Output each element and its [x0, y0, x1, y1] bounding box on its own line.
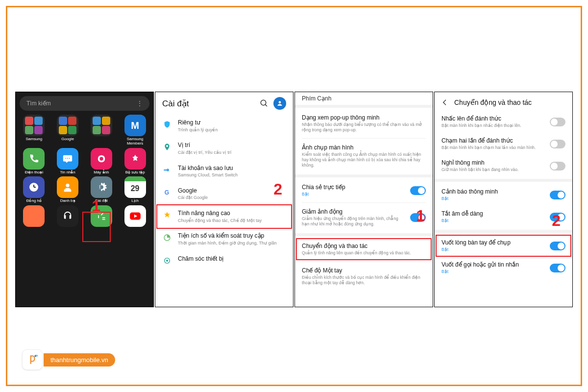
app-Samsung Members[interactable]: MSamsung Members — [119, 115, 151, 146]
app-icon — [23, 148, 45, 170]
motion-row[interactable]: Cảnh báo thông minhBật — [435, 184, 572, 206]
brand-logo-icon — [22, 349, 43, 370]
row-subtitle: Thời gian màn hình, Đếm giờ ứng dụng, Th… — [178, 241, 286, 246]
wellbeing-icon — [162, 233, 172, 243]
motion-row[interactable]: Nghỉ thông minhGiữ màn hình bật khi bạn … — [435, 155, 572, 177]
app-label: Danh bạ — [60, 199, 75, 203]
row-title: Vuốt để gọi hoặc gửi tin nhắn — [441, 261, 546, 268]
motion-row[interactable]: Vuốt lòng bàn tay để chụpBật — [435, 235, 572, 257]
app-Máy ảnh[interactable]: Máy ảnh — [85, 148, 118, 175]
row-title: Chuyển động và thao tác — [302, 243, 426, 249]
row-title: Google — [178, 187, 286, 195]
app-label: Tin nhắn — [60, 171, 75, 175]
svg-rect-13 — [102, 219, 105, 220]
app-icon — [57, 205, 78, 227]
app-Google[interactable]: Google — [51, 115, 84, 146]
app-label: Samsung Members — [119, 137, 151, 146]
divider — [435, 179, 572, 182]
app-youtube[interactable] — [119, 205, 151, 228]
search-bar[interactable]: Tìm kiếm ⋮ — [20, 96, 149, 111]
motion-row[interactable]: Nhấc lên để đánh thứcBật màn hình khi bạ… — [435, 111, 572, 133]
settings-row-pin[interactable]: Vị tríCài đặt vị trí, Yêu cầu vị trí — [155, 137, 293, 160]
divider — [435, 230, 572, 233]
panels-row: Tìm kiếm ⋮ SamsungGoogleMSamsung Members… — [15, 92, 573, 307]
row-title: Chăm sóc thiết bị — [178, 255, 286, 263]
app-label: Lịch — [131, 199, 139, 203]
advanced-row[interactable]: Dạng xem pop-up thông minhNhận thông báo… — [295, 110, 433, 137]
row-subtitle: Samsung Cloud, Smart Switch — [178, 172, 286, 178]
row-subtitle: Bật màn hình khi bạn chạm hai lần vào mà… — [441, 145, 546, 150]
row-subtitle: Bật — [302, 192, 406, 197]
app-grid: SamsungGoogleMSamsung MembersĐiện thoạiT… — [16, 113, 153, 230]
settings-list: Riêng tưTrình quản lý quyềnVị tríCài đặt… — [155, 114, 293, 271]
app-item[interactable] — [85, 115, 118, 146]
app-Samsung[interactable]: Samsung — [18, 115, 50, 146]
app-icon — [23, 115, 45, 136]
advanced-row[interactable]: Giảm ảnh độngGiảm hiệu ứng chuyển động t… — [295, 204, 433, 231]
row-subtitle: Cài đặt vị trí, Yêu cầu vị trí — [178, 150, 286, 156]
row-title: Ảnh chụp màn hình — [302, 144, 426, 151]
advanced-row[interactable]: Chia sẻ trực tiếpBật — [295, 179, 433, 201]
app-blank[interactable] — [18, 205, 50, 228]
advanced-row[interactable]: Ảnh chụp màn hìnhKiểm soát việc thanh cô… — [295, 140, 433, 172]
settings-row-star[interactable]: Tính năng nâng caoChuyển động và thao tá… — [155, 205, 293, 228]
toggle-switch[interactable] — [550, 242, 565, 250]
svg-point-8 — [66, 184, 69, 187]
row-title: Giảm ảnh động — [302, 208, 406, 215]
app-Lịch[interactable]: 29Lịch — [119, 176, 151, 203]
settings-row-wellbeing[interactable]: Tiện ích số và kiểm soát truy cậpThời gi… — [155, 228, 293, 250]
divider — [295, 174, 433, 177]
back-icon[interactable] — [440, 97, 450, 108]
app-Cài đặt[interactable]: Cài đặt — [85, 176, 118, 203]
motion-row[interactable]: Chạm hai lần để đánh thứcBật màn hình kh… — [435, 133, 572, 155]
toggle-switch[interactable] — [550, 140, 565, 148]
row-title: Chế độ Một tay — [302, 267, 426, 274]
app-headset[interactable] — [51, 205, 84, 228]
row-subtitle: Điều chỉnh kích thước và bố cục màn hình… — [302, 275, 426, 286]
toggle-switch[interactable] — [550, 118, 565, 126]
row-subtitle: Bật — [441, 218, 546, 223]
advanced-row[interactable]: Chuyển động và thao tácQuản lý tính năng… — [295, 238, 433, 260]
svg-text:G: G — [165, 189, 169, 196]
row-subtitle: Nhận thông báo dưới dạng biểu tượng có t… — [302, 122, 426, 133]
svg-point-2 — [69, 158, 70, 159]
toggle-switch[interactable] — [550, 162, 565, 171]
app-icon — [91, 148, 112, 170]
row-title: Tiện ích số và kiểm soát truy cập — [178, 232, 286, 240]
settings-row-key[interactable]: Tài khoản và sao lưuSamsung Cloud, Smart… — [155, 160, 293, 183]
app-label: Bộ sưu tập — [125, 171, 145, 175]
search-icon[interactable] — [259, 98, 270, 109]
svg-rect-11 — [101, 213, 103, 216]
app-icon: M — [124, 115, 146, 136]
settings-row-shield[interactable]: Riêng tưTrình quản lý quyền — [155, 115, 293, 137]
motions-header: Chuyển động và thao tác — [435, 92, 572, 111]
panel-settings: Cài đặt Riêng tưTrình quản lý quyềnVị tr… — [155, 92, 294, 307]
row-subtitle: Bật màn hình khi bạn nhấc điện thoại lên… — [441, 123, 546, 128]
toggle-switch[interactable] — [550, 264, 565, 272]
settings-row-g[interactable]: GGoogleCài đặt Google — [155, 183, 293, 205]
app-Danh bạ[interactable]: Danh bạ — [51, 176, 84, 203]
advanced-row[interactable]: Chế độ Một tayĐiều chỉnh kích thước và b… — [295, 263, 433, 290]
row-subtitle: Bật — [441, 269, 546, 274]
g-icon: G — [162, 188, 172, 197]
row-subtitle: Kiểm soát việc thanh công cụ Ảnh chụp mà… — [302, 152, 426, 168]
row-title: Vị trí — [178, 142, 286, 149]
app-icon — [57, 148, 78, 170]
toggle-switch[interactable] — [410, 186, 426, 195]
svg-point-1 — [67, 158, 68, 159]
row-title: Dạng xem pop-up thông minh — [302, 114, 426, 121]
app-calc[interactable] — [85, 205, 118, 228]
app-Bộ sưu tập[interactable]: Bộ sưu tập — [119, 148, 151, 175]
row-title: Cảnh báo thông minh — [441, 188, 546, 195]
toggle-switch[interactable] — [550, 191, 565, 199]
app-Đồng hồ[interactable]: Đồng hồ — [18, 176, 50, 203]
motion-row[interactable]: Vuốt để gọi hoặc gửi tin nhắnBật — [435, 257, 572, 279]
account-avatar[interactable] — [273, 97, 286, 110]
app-Điện thoại[interactable]: Điện thoại — [18, 148, 50, 175]
tutorial-frame: Tìm kiếm ⋮ SamsungGoogleMSamsung Members… — [6, 6, 582, 386]
app-icon — [23, 176, 45, 198]
more-icon[interactable]: ⋮ — [137, 100, 143, 107]
care-icon — [162, 256, 172, 266]
settings-row-care[interactable]: Chăm sóc thiết bị — [155, 251, 293, 270]
app-Tin nhắn[interactable]: Tin nhắn — [51, 148, 84, 175]
